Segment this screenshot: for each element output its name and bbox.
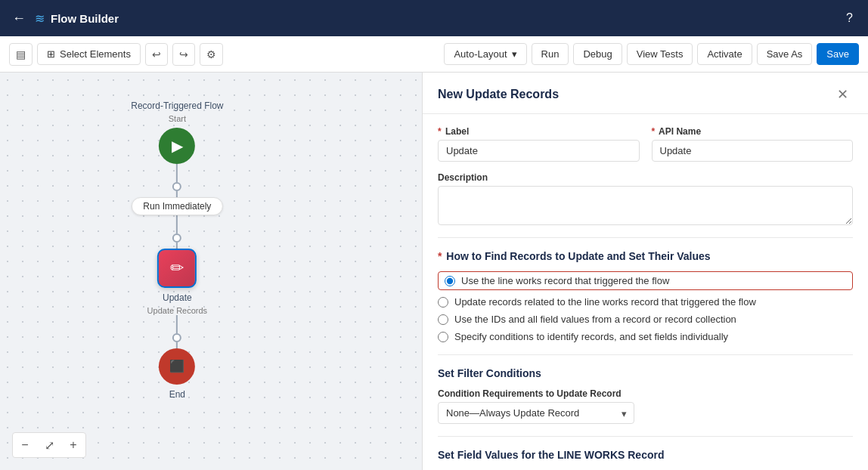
run-button[interactable]: Run: [532, 43, 569, 65]
main-toolbar: ▤ ⊞ Select Elements ↩ ↪ ⚙ Auto-Layout ▾ …: [0, 36, 868, 73]
app-header: ← ≋ Flow Builder ?: [0, 0, 868, 36]
app-title: Flow Builder: [51, 12, 834, 25]
toolbar-left: ▤ ⊞ Select Elements ↩ ↪ ⚙: [9, 43, 438, 66]
divider-3: [438, 436, 853, 437]
label-group: * Label: [438, 126, 640, 162]
activate-button[interactable]: Activate: [697, 43, 752, 65]
settings-icon: ⚙: [206, 48, 216, 60]
radio-input-3[interactable]: [438, 314, 448, 325]
condition-select-wrapper: None—Always Update Record All Conditions…: [438, 402, 634, 424]
field-values-title: Set Field Values for the LINE WORKS Reco…: [438, 449, 853, 461]
condition-label: Condition Requirements to Update Record: [438, 388, 853, 399]
update-node-label: Update: [147, 292, 208, 303]
panel-header: New Update Records ✕: [423, 73, 868, 114]
start-node-label: Record-Triggered Flow: [131, 100, 223, 111]
zoom-controls: − ⤢ +: [12, 432, 86, 458]
label-field-label: * Label: [438, 126, 640, 137]
main-content: Record-Triggered Flow Start ▶ Run Immedi…: [0, 73, 868, 470]
back-button[interactable]: ←: [9, 8, 29, 29]
select-elements-button[interactable]: ⊞ Select Elements: [37, 43, 141, 65]
connector-2: [176, 191, 178, 197]
toolbar-right: Auto-Layout ▾ Run Debug View Tests Activ…: [444, 43, 859, 65]
connector-circle-2: [172, 233, 181, 243]
connector-5: [176, 315, 178, 333]
connector-1: [176, 164, 178, 182]
flow-canvas[interactable]: Record-Triggered Flow Start ▶ Run Immedi…: [0, 73, 422, 470]
panel-title: New Update Records: [438, 88, 559, 101]
view-tests-button[interactable]: View Tests: [627, 43, 693, 65]
flow-icon: ≋: [35, 11, 45, 26]
redo-icon: ↪: [179, 48, 188, 60]
undo-button[interactable]: ↩: [145, 43, 168, 66]
start-node[interactable]: Record-Triggered Flow Start ▶: [131, 100, 223, 164]
toggle-panel-button[interactable]: ▤: [9, 43, 33, 66]
properties-panel: New Update Records ✕ * Label * API Name: [422, 73, 868, 470]
condition-select[interactable]: None—Always Update Record All Conditions…: [438, 402, 634, 424]
undo-icon: ↩: [152, 48, 161, 60]
zoom-in-button[interactable]: +: [63, 434, 84, 456]
connector-3: [176, 215, 178, 233]
api-name-input[interactable]: [652, 140, 854, 162]
label-input[interactable]: [438, 140, 640, 162]
radio-label-2: Update records related to the line works…: [454, 296, 756, 308]
flow-diagram: Record-Triggered Flow Start ▶ Run Immedi…: [131, 100, 223, 403]
save-as-button[interactable]: Save As: [757, 43, 813, 65]
api-required-star: *: [652, 126, 656, 137]
radio-option-4[interactable]: Specify conditions to identify records, …: [438, 331, 853, 342]
radio-input-2[interactable]: [438, 297, 448, 308]
end-node-icon: ⬛: [159, 348, 195, 385]
connector-circle-1: [172, 182, 181, 191]
start-node-icon: ▶: [159, 128, 195, 164]
panel-close-button[interactable]: ✕: [832, 85, 853, 104]
description-input[interactable]: [438, 186, 853, 225]
find-records-required-star: *: [438, 250, 442, 262]
run-immediately-node[interactable]: Run Immediately: [132, 197, 222, 215]
find-records-title: * How to Find Records to Update and Set …: [438, 250, 853, 262]
redo-button[interactable]: ↪: [172, 43, 195, 66]
panel-body: * Label * API Name Description: [423, 114, 868, 470]
end-node[interactable]: ⬛ End: [159, 348, 195, 403]
update-node-sublabel: Update Records: [147, 306, 208, 315]
radio-label-1: Use the line works record that triggered…: [461, 275, 669, 286]
filter-section-title: Set Filter Conditions: [438, 367, 853, 379]
radio-input-1[interactable]: [445, 276, 455, 286]
end-node-label: End: [169, 389, 185, 400]
auto-layout-button[interactable]: Auto-Layout ▾: [444, 43, 526, 65]
toggle-icon: ▤: [16, 48, 26, 60]
radio-option-2[interactable]: Update records related to the line works…: [438, 296, 853, 308]
connector-circle-3: [172, 333, 181, 342]
description-group: Description: [438, 172, 853, 225]
update-action-node[interactable]: ✏ Update Update Records: [147, 249, 208, 315]
label-required-star: *: [438, 126, 442, 137]
connector-6: [176, 342, 178, 348]
auto-layout-chevron-icon: ▾: [512, 48, 517, 60]
radio-input-4[interactable]: [438, 332, 448, 342]
api-name-group: * API Name: [652, 126, 854, 162]
radio-option-3[interactable]: Use the IDs and all field values from a …: [438, 314, 853, 325]
condition-group: Condition Requirements to Update Record …: [438, 388, 853, 424]
radio-label-3: Use the IDs and all field values from a …: [454, 314, 736, 325]
label-api-row: * Label * API Name: [438, 126, 853, 162]
settings-button[interactable]: ⚙: [200, 43, 223, 66]
api-name-label: * API Name: [652, 126, 854, 137]
run-immediately-label: Run Immediately: [132, 197, 222, 215]
radio-label-4: Specify conditions to identify records, …: [454, 331, 728, 342]
zoom-out-button[interactable]: −: [14, 434, 36, 456]
divider-2: [438, 354, 853, 355]
auto-layout-label: Auto-Layout: [454, 48, 507, 60]
save-button[interactable]: Save: [817, 43, 859, 65]
description-label: Description: [438, 172, 853, 183]
divider-1: [438, 237, 853, 238]
start-node-sublabel: Start: [131, 114, 223, 123]
back-icon: ←: [12, 11, 26, 26]
connector-4: [176, 243, 178, 249]
zoom-fit-button[interactable]: ⤢: [39, 434, 60, 456]
help-button[interactable]: ?: [840, 8, 859, 28]
radio-option-1[interactable]: Use the line works record that triggered…: [438, 271, 853, 290]
select-elements-icon: ⊞: [47, 48, 55, 60]
select-elements-label: Select Elements: [60, 48, 131, 60]
debug-button[interactable]: Debug: [573, 43, 622, 65]
update-node-icon: ✏: [157, 249, 197, 288]
find-records-radio-group: Use the line works record that triggered…: [438, 271, 853, 342]
